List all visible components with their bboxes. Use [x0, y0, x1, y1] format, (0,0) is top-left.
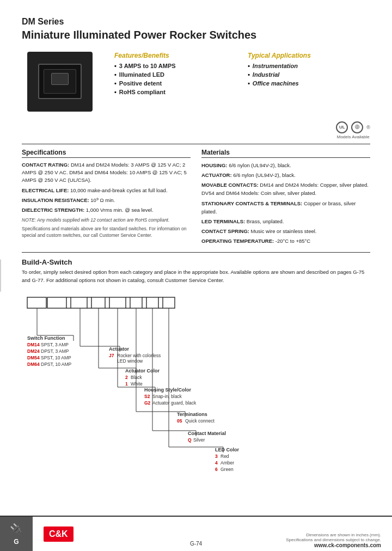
svg-text:Red: Red	[220, 454, 229, 459]
disclaimer-1: Dimensions are shown in inches (mm).	[306, 532, 381, 537]
footer-right: Dimensions are shown in inches (mm). Spe…	[84, 517, 392, 551]
divider-2	[22, 252, 370, 253]
footer: 🔌 G C&K Dimensions are shown in inches (…	[0, 516, 392, 551]
svg-rect-13	[130, 297, 142, 308]
svg-text:Quick connect: Quick connect	[185, 418, 215, 424]
website: www.ck-components.com	[314, 542, 381, 548]
specs-materials-section: Specifications CONTACT RATING: DM14 and …	[22, 149, 370, 247]
specifications-column: Specifications CONTACT RATING: DM14 and …	[22, 149, 191, 247]
svg-rect-7	[91, 297, 105, 308]
svg-text:SPST, 10 AMP: SPST, 10 AMP	[41, 355, 71, 360]
svg-text:4: 4	[215, 460, 218, 466]
features-title: Features/Benefits	[114, 52, 237, 59]
svg-text:LED Color: LED Color	[215, 447, 239, 452]
csa-logo: ⓪	[351, 121, 363, 133]
specs-note: NOTE: Any models supplied with 12 contac…	[22, 217, 191, 239]
materials-column: Materials HOUSING: 6/6 nylon (UL94V-2), …	[201, 149, 370, 247]
application-item-2: Industrial	[248, 71, 370, 78]
svg-text:Rocker with colorless: Rocker with colorless	[117, 353, 161, 358]
svg-text:White: White	[131, 381, 143, 387]
svg-text:DM24: DM24	[27, 348, 40, 354]
g-label: G	[14, 538, 19, 546]
svg-text:G2: G2	[144, 400, 151, 406]
part-number-diagram: Switch Function DM14 SPST, 3 AMP DM24 DP…	[22, 292, 370, 493]
product-switch-visual	[38, 64, 82, 99]
svg-text:DPST, 3 AMP: DPST, 3 AMP	[41, 348, 69, 354]
top-section: Features/Benefits 3 AMPS to 10 AMPS Illu…	[22, 52, 370, 112]
spec-insulation: INSULATION RESISTANCE: 10⁹ Ω min.	[22, 197, 191, 204]
side-tab-rocker: Rocker	[0, 259, 1, 291]
materials-content: HOUSING: 6/6 nylon (UL94V-2), black. ACT…	[201, 161, 370, 246]
feature-item-1: 3 AMPS to 10 AMPS	[114, 63, 237, 69]
page-number: G-74	[190, 541, 202, 547]
svg-text:Actuator guard, black: Actuator guard, black	[152, 400, 197, 406]
svg-text:S2: S2	[144, 394, 150, 399]
spec-electrical-life: ELECTRICAL LIFE: 10,000 make-and-break c…	[22, 187, 191, 194]
svg-rect-16	[146, 297, 158, 308]
svg-rect-19	[163, 297, 175, 308]
build-svg: Switch Function DM14 SPST, 3 AMP DM24 DP…	[22, 292, 370, 488]
build-title: Build-A-Switch	[22, 258, 370, 266]
svg-rect-10	[109, 297, 126, 308]
svg-text:DPST, 10 AMP: DPST, 10 AMP	[41, 362, 72, 367]
svg-text:Black: Black	[131, 375, 143, 380]
divider-1	[22, 144, 370, 144]
svg-text:Contact Material: Contact Material	[188, 431, 226, 436]
svg-text:DM14: DM14	[27, 342, 40, 347]
features-column: Features/Benefits 3 AMPS to 10 AMPS Illu…	[103, 52, 237, 97]
title-line1: DM Series	[22, 16, 370, 28]
svg-text:DM54: DM54	[27, 355, 40, 360]
specifications-title: Specifications	[22, 149, 191, 158]
svg-text:SPST, 3 AMP: SPST, 3 AMP	[41, 342, 69, 347]
svg-text:Silver: Silver	[193, 437, 205, 443]
applications-list: Instrumentation Industrial Office machin…	[248, 63, 370, 87]
svg-text:1: 1	[125, 381, 128, 387]
mat-housing: HOUSING: 6/6 nylon (UL94V-2), black.	[201, 161, 370, 169]
spec-contact-rating: CONTACT RATING: DM14 and DM24 Models: 3 …	[22, 161, 191, 185]
ul-logo: UL	[336, 121, 348, 133]
footer-g-section: 🔌 G	[0, 517, 33, 551]
svg-text:Housing Style/Color: Housing Style/Color	[144, 387, 192, 393]
models-available-label: Models Available	[336, 134, 370, 139]
brand-section: C&K	[33, 517, 84, 551]
mat-contact-spring: CONTACT SPRING: Music wire or stainless …	[201, 227, 370, 235]
applications-column: Typical Applications Instrumentation Ind…	[242, 52, 370, 89]
brand-logo: C&K	[44, 526, 74, 542]
svg-text:05: 05	[177, 418, 182, 424]
mat-stationary-contacts: STATIONARY CONTACTS & TERMINALS: Copper …	[201, 199, 370, 216]
feature-item-3: Positive detent	[114, 80, 237, 87]
svg-text:Green: Green	[220, 467, 234, 472]
feature-item-4: RoHS compliant	[114, 89, 237, 95]
mat-movable-contacts: MOVABLE CONTACTS: DM14 and DM24 Models: …	[201, 181, 370, 197]
svg-rect-4	[71, 297, 87, 308]
svg-text:Q: Q	[188, 437, 192, 443]
svg-rect-0	[27, 297, 46, 308]
svg-text:DM64: DM64	[27, 362, 40, 367]
certification-logos: UL ⓪ ® Models Available	[22, 121, 370, 139]
product-photo	[27, 52, 93, 112]
build-description: To order, simply select desired option f…	[22, 268, 370, 284]
svg-text:Switch Function: Switch Function	[27, 335, 65, 341]
svg-text:2: 2	[125, 375, 128, 380]
svg-rect-1	[47, 297, 66, 308]
svg-text:Terminations: Terminations	[177, 412, 207, 417]
svg-text:3: 3	[215, 454, 218, 459]
svg-text:Actuator: Actuator	[109, 346, 129, 352]
svg-text:Amber: Amber	[220, 460, 234, 466]
page-title: DM Series Miniature Illuminated Power Ro…	[22, 16, 370, 42]
features-list: 3 AMPS to 10 AMPS Illuminated LED Positi…	[114, 63, 237, 95]
product-image	[22, 52, 98, 112]
spec-dielectric: DIELECTRIC STRENGTH: 1,000 Vrms min. @ s…	[22, 206, 191, 214]
specifications-content: CONTACT RATING: DM14 and DM24 Models: 3 …	[22, 161, 191, 215]
application-item-1: Instrumentation	[248, 63, 370, 69]
applications-title: Typical Applications	[248, 52, 370, 59]
disclaimer-2: Specifications and dimensions subject to…	[286, 537, 381, 542]
mat-operating-temp: OPERATING TEMPERATURE: -20°C to +85°C	[201, 237, 370, 245]
svg-text:Snap-in, black: Snap-in, black	[152, 394, 182, 399]
materials-title: Materials	[201, 149, 370, 158]
mat-actuator: ACTUATOR: 6/6 nylon (UL94V-2), black.	[201, 171, 370, 179]
switch-icon: 🔌	[10, 523, 23, 536]
build-a-switch-section: Build-A-Switch To order, simply select d…	[22, 258, 370, 493]
application-item-3: Office machines	[248, 80, 370, 87]
title-line2: Miniature Illuminated Power Rocker Switc…	[22, 28, 370, 42]
